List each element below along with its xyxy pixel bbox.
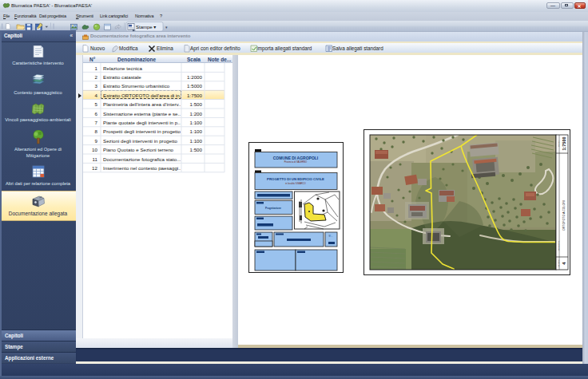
svg-text:COMUNE DI AGROPOLI: COMUNE DI AGROPOLI [273, 156, 319, 160]
svg-text:N°...: N°... [328, 235, 332, 238]
svg-text:Progettazione: Progettazione [265, 207, 281, 210]
svg-text:ORTOFOTO A COLORI: ORTOFOTO A COLORI [562, 200, 566, 231]
svg-text:SCALA: SCALA [558, 140, 560, 147]
svg-text:1:7500: 1:7500 [562, 136, 566, 150]
svg-text:OGGETTO:: OGGETTO: [558, 240, 560, 251]
svg-text:PROGETTO DI UN EDIFICIO CIVILE: PROGETTO DI UN EDIFICIO CIVILE [267, 177, 324, 181]
svg-text:GRUPPO:: GRUPPO: [558, 259, 559, 267]
svg-text:in località S.MARCO: in località S.MARCO [285, 182, 306, 185]
svg-text:Provincia di SALERNO: Provincia di SALERNO [284, 160, 308, 164]
